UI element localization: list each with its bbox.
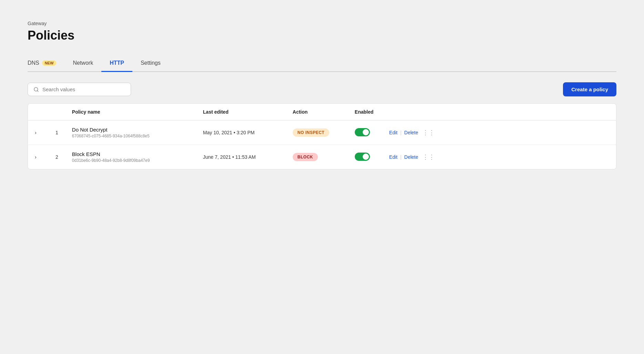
table-header-row: Policy name Last edited Action Enabled — [28, 104, 616, 121]
search-input[interactable] — [42, 86, 125, 92]
row2-delete-button[interactable]: Delete — [404, 154, 418, 160]
table-row: › 2 Block ESPN 0d31be6c-9b90-48a4-92b8-9… — [28, 145, 616, 169]
toolbar: Create a policy — [28, 82, 616, 96]
row1-actions: Edit | Delete ⋮⋮ — [389, 129, 609, 136]
tab-dns-label: DNS — [28, 60, 39, 66]
tab-network-label: Network — [73, 60, 93, 66]
row1-edit-button[interactable]: Edit — [389, 130, 398, 135]
row2-edit-button[interactable]: Edit — [389, 154, 398, 160]
row2-policy-name-cell: Block ESPN 0d31be6c-9b90-48a4-92b8-9d8f0… — [65, 145, 196, 169]
col-expand — [28, 104, 49, 121]
tab-settings[interactable]: Settings — [132, 56, 169, 72]
row1-action-cell: NO INSPECT — [286, 121, 348, 145]
col-row-actions — [382, 104, 616, 121]
page-title: Policies — [28, 28, 616, 43]
tab-dns[interactable]: DNS NEW — [28, 56, 64, 72]
search-box — [28, 83, 131, 96]
row1-delete-button[interactable]: Delete — [404, 130, 418, 135]
tab-dns-badge: NEW — [42, 60, 57, 66]
row1-number: 1 — [49, 121, 65, 145]
col-policy-name: Policy name — [65, 104, 196, 121]
policies-table-container: Policy name Last edited Action Enabled ›… — [28, 103, 616, 169]
row2-last-edited: June 7, 2021 • 11:53 AM — [196, 145, 286, 169]
row2-policy-name: Block ESPN — [72, 151, 189, 157]
policies-table: Policy name Last edited Action Enabled ›… — [28, 104, 616, 169]
row2-toggle[interactable]: ✓ — [355, 153, 370, 161]
col-number — [49, 104, 65, 121]
col-last-edited: Last edited — [196, 104, 286, 121]
row1-policy-id: 67068745-c075-4685-934a-1064f588c8e5 — [72, 134, 189, 138]
breadcrumb: Gateway — [28, 21, 616, 26]
row1-policy-name: Do Not Decrypt — [72, 127, 189, 133]
row1-expand[interactable]: › — [28, 121, 49, 145]
row2-action-badge: BLOCK — [293, 153, 318, 161]
row2-policy-id: 0d31be6c-9b90-48a4-92b8-9d8f09ba47e9 — [72, 158, 189, 163]
row1-dots-icon[interactable]: ⋮⋮ — [422, 129, 435, 136]
row1-toggle[interactable]: ✓ — [355, 128, 370, 136]
row1-enabled-cell: ✓ — [348, 121, 382, 145]
row1-last-edited: May 10, 2021 • 3:20 PM — [196, 121, 286, 145]
table-row: › 1 Do Not Decrypt 67068745-c075-4685-93… — [28, 121, 616, 145]
row2-expand[interactable]: › — [28, 145, 49, 169]
search-icon — [33, 87, 39, 92]
row1-action-badge: NO INSPECT — [293, 128, 329, 137]
svg-line-1 — [37, 91, 38, 92]
tab-http[interactable]: HTTP — [101, 56, 132, 72]
col-enabled: Enabled — [348, 104, 382, 121]
row1-policy-name-cell: Do Not Decrypt 67068745-c075-4685-934a-1… — [65, 121, 196, 145]
tab-network[interactable]: Network — [64, 56, 101, 72]
row1-divider: | — [400, 130, 402, 135]
tabs-container: DNS NEW Network HTTP Settings — [28, 56, 616, 72]
row2-number: 2 — [49, 145, 65, 169]
col-action: Action — [286, 104, 348, 121]
tab-settings-label: Settings — [141, 60, 161, 66]
row2-actions-cell: Edit | Delete ⋮⋮ — [382, 145, 616, 169]
tab-http-label: HTTP — [110, 60, 124, 66]
row2-divider: | — [400, 154, 402, 160]
row2-action-cell: BLOCK — [286, 145, 348, 169]
row2-enabled-cell: ✓ — [348, 145, 382, 169]
row2-actions: Edit | Delete ⋮⋮ — [389, 153, 609, 161]
row1-actions-cell: Edit | Delete ⋮⋮ — [382, 121, 616, 145]
row2-dots-icon[interactable]: ⋮⋮ — [422, 153, 435, 161]
create-policy-button[interactable]: Create a policy — [563, 82, 616, 96]
